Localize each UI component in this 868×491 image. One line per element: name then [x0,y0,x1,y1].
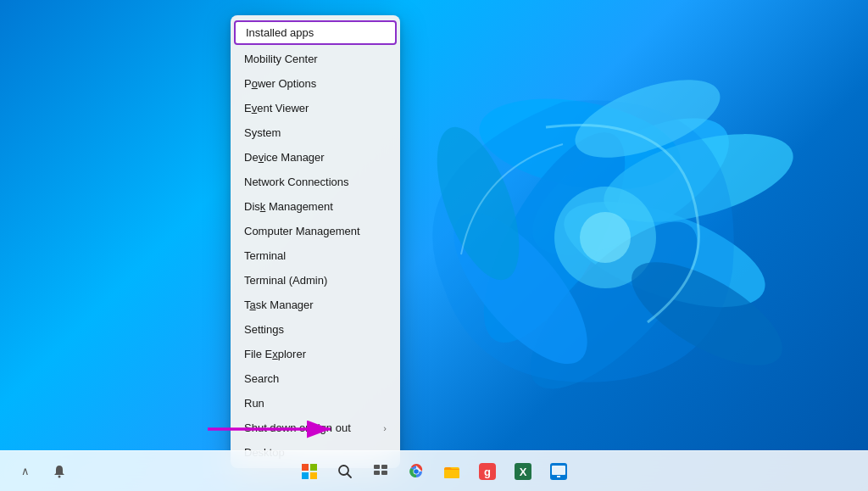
menu-item-computer-management[interactable]: Computer Management [231,219,400,243]
svg-text:X: X [520,466,527,478]
menu-item-network-connections[interactable]: Network Connections [231,170,400,194]
context-menu: Installed apps Mobility Center Power Opt… [231,15,400,468]
svg-text:g: g [484,466,491,478]
menu-item-task-manager[interactable]: Task Manager [231,293,400,317]
menu-item-event-viewer[interactable]: Event Viewer [231,96,400,120]
taskbar: g X ∧ [0,450,868,491]
system-tray: ∧ [10,456,75,487]
svg-rect-14 [302,472,309,479]
git-icon: g [479,463,496,480]
menu-item-search[interactable]: Search [231,366,400,391]
search-icon [337,464,353,479]
menu-item-device-manager[interactable]: Device Manager [231,145,400,170]
file-explorer-icon [443,463,460,480]
svg-point-8 [580,212,631,263]
rdp-icon [550,463,567,480]
menu-item-disk-management[interactable]: Disk Management [231,194,400,219]
svg-point-24 [414,469,419,474]
svg-line-17 [348,473,352,477]
menu-item-terminal-admin[interactable]: Terminal (Admin) [231,268,400,293]
start-button[interactable] [294,456,325,487]
excel-icon: X [515,463,531,480]
menu-item-system[interactable]: System [231,120,400,145]
svg-rect-19 [381,465,387,469]
submenu-arrow-icon: › [383,423,387,433]
svg-rect-12 [302,464,309,471]
task-view-icon [373,464,388,479]
menu-item-installed-apps[interactable]: Installed apps [234,20,397,45]
menu-item-power-options[interactable]: Power Options [231,71,400,96]
svg-rect-13 [310,464,317,471]
svg-rect-20 [374,471,380,475]
taskbar-center: g X [294,456,574,487]
svg-rect-18 [374,465,380,469]
svg-rect-21 [381,471,387,475]
arrow-annotation [208,416,343,442]
svg-point-34 [58,475,61,477]
menu-item-mobility-center[interactable]: Mobility Center [231,47,400,71]
desktop: Installed apps Mobility Center Power Opt… [0,0,868,491]
taskbar-search-button[interactable] [330,456,360,487]
task-view-button[interactable] [365,456,396,487]
git-button[interactable]: g [472,456,503,487]
menu-item-terminal[interactable]: Terminal [231,243,400,268]
chrome-icon [407,462,426,481]
excel-button[interactable]: X [508,456,538,487]
chrome-button[interactable] [401,456,431,487]
notification-icon [53,465,66,478]
menu-item-settings[interactable]: Settings [231,317,400,342]
menu-item-file-explorer[interactable]: File Explorer [231,342,400,366]
svg-rect-26 [444,470,459,478]
show-hidden-icons-button[interactable]: ∧ [10,456,41,487]
svg-rect-32 [552,466,565,475]
windows-logo-icon [302,464,317,479]
svg-rect-15 [310,472,317,479]
file-explorer-button[interactable] [437,456,467,487]
rdp-button[interactable] [543,456,574,487]
menu-item-run[interactable]: Run [231,391,400,416]
notification-button[interactable] [44,456,75,487]
svg-rect-33 [557,476,560,477]
